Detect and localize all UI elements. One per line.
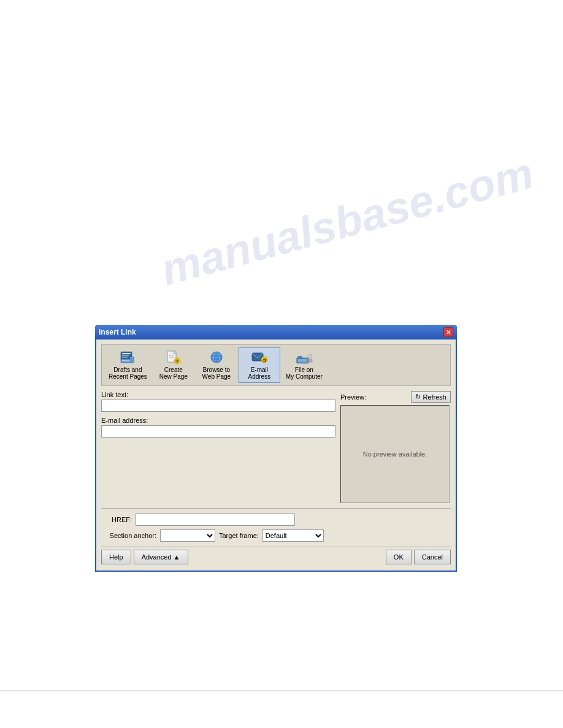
svg-rect-22 <box>297 356 302 358</box>
content-area: Link text: E-mail address: Preview: ↻ Re… <box>101 391 451 503</box>
section-anchor-label: Section anchor: <box>101 532 156 539</box>
no-preview-text: No preview available. <box>363 450 427 458</box>
toolbar: Drafts and Recent Pages Create New Page <box>101 344 451 386</box>
help-button[interactable]: Help <box>101 550 131 564</box>
email-address-input[interactable] <box>101 425 335 438</box>
browse-label: Browse to Web Page <box>202 366 231 380</box>
email-label: E-mail Address <box>248 366 270 380</box>
svg-rect-23 <box>297 359 307 362</box>
drafts-label: Drafts and Recent Pages <box>109 366 147 380</box>
right-buttons: OK Cancel <box>386 550 451 564</box>
button-row: Help Advanced ▲ OK Cancel <box>101 547 451 566</box>
refresh-icon: ↻ <box>415 393 421 401</box>
email-address-label: E-mail address: <box>101 417 335 424</box>
right-panel: Preview: ↻ Refresh No preview available. <box>340 391 451 503</box>
href-label: HREF: <box>101 516 132 523</box>
svg-text:@: @ <box>262 358 267 362</box>
close-icon: ✕ <box>446 329 451 336</box>
toolbar-btn-email[interactable]: @ E-mail Address <box>239 347 280 383</box>
newpage-label: Create New Page <box>159 366 188 380</box>
advanced-button[interactable]: Advanced ▲ <box>134 550 188 564</box>
svg-rect-3 <box>122 357 128 358</box>
section-anchor-select[interactable] <box>160 529 215 542</box>
file-icon <box>296 351 313 365</box>
href-row: HREF: <box>101 514 451 526</box>
refresh-button[interactable]: ↻ Refresh <box>411 391 451 403</box>
target-frame-label: Target frame: <box>219 532 259 539</box>
svg-rect-1 <box>122 353 131 354</box>
close-button[interactable]: ✕ <box>443 327 453 337</box>
title-bar: Insert Link ✕ <box>95 325 457 339</box>
toolbar-btn-browse[interactable]: Browse to Web Page <box>196 347 237 383</box>
bottom-section: HREF: Section anchor: Target frame: Defa… <box>101 508 451 542</box>
dialog-title: Insert Link <box>99 328 136 336</box>
preview-label: Preview: <box>340 393 366 401</box>
browse-icon <box>208 351 225 365</box>
href-input[interactable] <box>136 514 295 526</box>
ok-button[interactable]: OK <box>386 550 412 564</box>
left-buttons: Help Advanced ▲ <box>101 550 188 564</box>
toolbar-btn-drafts[interactable]: Drafts and Recent Pages <box>104 347 151 383</box>
link-text-label: Link text: <box>101 391 335 398</box>
link-text-input[interactable] <box>101 400 335 412</box>
dialog-wrapper: Insert Link ✕ Drafts a <box>95 325 457 572</box>
newpage-icon <box>165 351 182 365</box>
svg-rect-2 <box>122 355 129 356</box>
dialog-body: Drafts and Recent Pages Create New Page <box>95 339 457 572</box>
toolbar-btn-file[interactable]: File on My Computer <box>282 347 327 383</box>
watermark: manualsbase.com <box>156 148 538 295</box>
anchor-row: Section anchor: Target frame: Default <box>101 529 451 542</box>
drafts-icon <box>119 351 136 365</box>
refresh-label: Refresh <box>423 393 446 401</box>
left-panel: Link text: E-mail address: <box>101 391 335 503</box>
preview-box: No preview available. <box>340 405 450 503</box>
file-label: File on My Computer <box>286 366 323 380</box>
email-icon: @ <box>251 351 268 365</box>
preview-header: Preview: ↻ Refresh <box>340 391 451 403</box>
svg-rect-5 <box>122 360 129 362</box>
toolbar-btn-newpage[interactable]: Create New Page <box>153 347 194 383</box>
svg-rect-25 <box>308 360 312 362</box>
cancel-button[interactable]: Cancel <box>414 550 451 564</box>
target-frame-select[interactable]: Default <box>262 529 324 542</box>
bottom-line <box>0 691 563 691</box>
